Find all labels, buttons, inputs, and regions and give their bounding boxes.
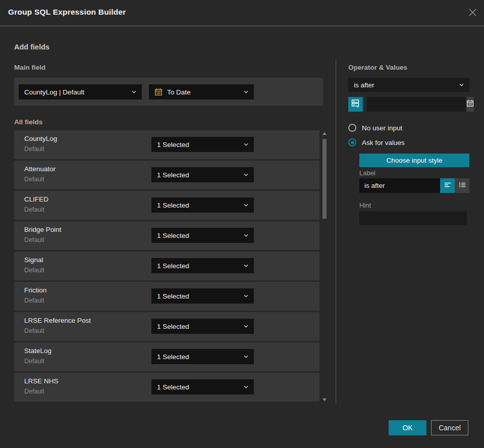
chevron-down-icon xyxy=(244,355,248,358)
field-list-scrollbar[interactable] xyxy=(321,130,329,403)
field-selection-dropdown[interactable]: 1 Selected xyxy=(151,319,254,334)
field-row: CountyLog Default 1 Selected xyxy=(14,130,319,159)
date-value-field xyxy=(367,97,469,112)
dropdown-value: 1 Selected xyxy=(157,353,189,361)
chevron-down-icon xyxy=(244,204,248,207)
field-subtitle: Default xyxy=(24,145,44,153)
field-selection-dropdown[interactable]: 1 Selected xyxy=(151,197,254,213)
layers-stack-icon xyxy=(351,98,360,110)
field-subtitle: Default xyxy=(24,176,44,183)
date-picker-button[interactable] xyxy=(466,97,474,112)
field-row: Bridge Point Default 1 Selected xyxy=(14,221,319,250)
field-row: CLIFED Default 1 Selected xyxy=(14,191,319,220)
scroll-down-icon[interactable] xyxy=(322,399,327,401)
close-icon xyxy=(468,8,477,19)
field-name: CLIFED xyxy=(24,195,48,203)
field-row: Signal Default 1 Selected xyxy=(14,252,319,280)
operator-dropdown[interactable]: is after xyxy=(348,78,469,92)
field-subtitle: Default xyxy=(24,327,44,334)
dropdown-value: 1 Selected xyxy=(157,202,189,209)
date-value-input[interactable] xyxy=(367,97,466,112)
field-selection-dropdown[interactable]: 1 Selected xyxy=(151,379,254,394)
dialog-title: Group SQL Expression Builder xyxy=(8,8,126,17)
single-value-style-button[interactable] xyxy=(440,178,455,193)
field-name: Friction xyxy=(24,286,46,294)
radio-unselected-icon[interactable] xyxy=(348,124,356,132)
scroll-up-icon[interactable] xyxy=(322,132,327,135)
field-selection-dropdown[interactable]: 1 Selected xyxy=(151,137,254,152)
field-name: LRSE Reference Post xyxy=(24,317,91,324)
main-field-panel: CountyLog | Default To Date xyxy=(14,78,323,106)
ok-button[interactable]: OK xyxy=(389,420,426,435)
group-sql-expression-builder-dialog: Group SQL Expression Builder Add fields … xyxy=(0,0,484,448)
hint-input[interactable] xyxy=(359,211,467,225)
scrollbar-thumb[interactable] xyxy=(322,139,327,219)
dropdown-value: 1 Selected xyxy=(157,171,189,179)
field-subtitle: Default xyxy=(24,236,44,243)
field-name: Bridge Point xyxy=(24,226,62,233)
chevron-down-icon xyxy=(459,83,464,86)
value-source-button[interactable] xyxy=(348,97,363,112)
ask-for-values-label: Ask for values xyxy=(362,139,405,146)
field-row: Friction Default 1 Selected xyxy=(14,282,319,311)
radio-selected-icon[interactable] xyxy=(348,138,356,146)
date-field-dropdown-value: To Date xyxy=(167,88,191,96)
no-user-input-option[interactable]: No user input xyxy=(348,124,402,132)
ask-for-values-option[interactable]: Ask for values xyxy=(348,138,405,146)
panel-divider xyxy=(336,60,336,404)
operator-dropdown-value: is after xyxy=(354,81,374,89)
all-fields-label: All fields xyxy=(14,118,42,126)
field-row: LRSE Reference Post Default 1 Selected xyxy=(14,312,319,341)
main-field-dropdown-value: CountyLog | Default xyxy=(24,88,84,96)
list-value-style-button[interactable] xyxy=(455,178,469,193)
dropdown-value: 1 Selected xyxy=(157,323,189,330)
field-name: LRSE NHS xyxy=(24,377,59,385)
dropdown-value: 1 Selected xyxy=(157,141,189,148)
calendar-icon xyxy=(466,99,474,109)
add-fields-heading: Add fields xyxy=(14,43,49,51)
title-bar: Group SQL Expression Builder xyxy=(0,0,484,26)
field-selection-dropdown[interactable]: 1 Selected xyxy=(151,258,254,273)
operator-values-heading: Operator & Values xyxy=(348,64,407,71)
chevron-down-icon xyxy=(244,143,248,146)
hint-label: Hint xyxy=(359,202,371,209)
field-subtitle: Default xyxy=(24,297,44,304)
field-row: Attenuator Default 1 Selected xyxy=(14,161,319,189)
chevron-down-icon xyxy=(244,264,248,267)
chevron-down-icon xyxy=(244,385,248,388)
align-left-icon xyxy=(444,181,452,191)
dropdown-value: 1 Selected xyxy=(157,262,189,270)
all-fields-list: CountyLog Default 1 Selected Attenuator … xyxy=(14,130,319,402)
field-selection-dropdown[interactable]: 1 Selected xyxy=(151,228,254,243)
field-name: CountyLog xyxy=(24,135,57,142)
chevron-down-icon xyxy=(244,325,248,328)
chevron-down-icon xyxy=(244,294,248,297)
choose-input-style-button[interactable]: Choose input style xyxy=(359,154,469,167)
date-field-dropdown[interactable]: To Date xyxy=(149,84,254,99)
field-selection-dropdown[interactable]: 1 Selected xyxy=(151,167,254,182)
label-input[interactable] xyxy=(359,178,440,193)
field-selection-dropdown[interactable]: 1 Selected xyxy=(151,349,254,364)
label-label: Label xyxy=(359,169,375,177)
calendar-icon xyxy=(154,88,163,96)
cancel-button[interactable]: Cancel xyxy=(431,420,468,435)
field-row: LRSE NHS Default 1 Selected xyxy=(14,373,319,402)
chevron-down-icon xyxy=(244,234,248,237)
field-name: Attenuator xyxy=(24,165,56,173)
chevron-down-icon xyxy=(132,90,136,93)
field-name: Signal xyxy=(24,256,43,264)
dropdown-value: 1 Selected xyxy=(157,292,189,300)
bulleted-list-icon xyxy=(458,181,466,191)
chevron-down-icon xyxy=(244,173,248,176)
dropdown-value: 1 Selected xyxy=(157,383,189,391)
field-name: StateLog xyxy=(24,347,51,355)
field-subtitle: Default xyxy=(24,388,44,395)
main-field-label: Main field xyxy=(14,64,45,71)
close-button[interactable] xyxy=(467,8,478,19)
dropdown-value: 1 Selected xyxy=(157,232,189,239)
chevron-down-icon xyxy=(244,90,248,93)
field-subtitle: Default xyxy=(24,267,44,274)
field-subtitle: Default xyxy=(24,206,44,213)
field-selection-dropdown[interactable]: 1 Selected xyxy=(151,288,254,304)
main-field-dropdown[interactable]: CountyLog | Default xyxy=(19,84,142,99)
